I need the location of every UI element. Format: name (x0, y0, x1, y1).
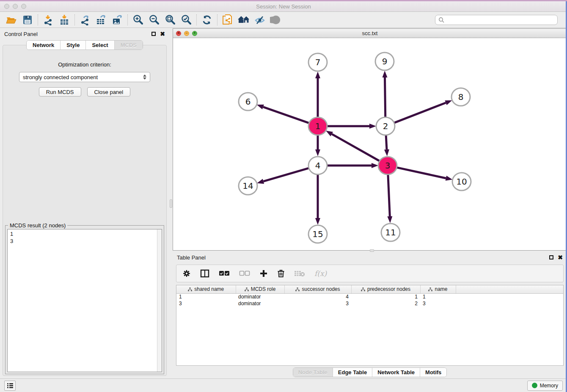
gear-icon[interactable] (182, 269, 191, 278)
network-maximize-icon[interactable]: + (192, 31, 197, 36)
column-header-successor-nodes[interactable]: successor nodes (284, 285, 351, 293)
node-1[interactable]: 1 (308, 117, 327, 135)
import-table-button[interactable] (56, 13, 72, 27)
import-network-icon (43, 14, 54, 25)
delete-table-icon[interactable] (294, 270, 305, 277)
node-11[interactable]: 11 (381, 224, 400, 241)
edge-1-6[interactable] (263, 107, 309, 123)
node-15[interactable]: 15 (308, 225, 327, 243)
node-9[interactable]: 9 (375, 52, 394, 70)
export-network-button[interactable] (77, 13, 93, 27)
close-panel-icon[interactable]: ✖ (160, 32, 165, 36)
task-history-button[interactable] (4, 381, 16, 391)
network-close-icon[interactable]: ✕ (176, 31, 181, 36)
node-7[interactable]: 7 (308, 53, 327, 71)
node-3[interactable]: 3 (378, 157, 397, 174)
run-mcds-button[interactable]: Run MCDS (39, 87, 81, 97)
function-icon[interactable]: f(x) (314, 269, 327, 278)
node-10[interactable]: 10 (452, 173, 471, 190)
show-eye-button[interactable] (268, 13, 284, 27)
edge-3-10[interactable] (396, 168, 446, 178)
cell-successor_nodes[interactable]: 3 (284, 300, 351, 307)
edge-2-9[interactable] (385, 77, 385, 117)
network-document-button[interactable] (220, 13, 236, 27)
node-4[interactable]: 4 (308, 157, 327, 174)
close-table-panel-icon[interactable]: ✖ (558, 255, 563, 259)
network-graph[interactable]: 7968124314101511 (173, 38, 567, 250)
tab-edge-table[interactable]: Edge Table (333, 368, 372, 377)
sort-hierarchy-icon (295, 287, 300, 291)
network-canvas[interactable]: 7968124314101511 (173, 38, 567, 250)
network-window-title: scc.txt (173, 30, 567, 36)
splitter-handle[interactable] (170, 199, 172, 208)
edge-4-14[interactable] (263, 168, 308, 181)
node-14[interactable]: 14 (239, 177, 257, 195)
tab-style[interactable]: Style (61, 41, 86, 50)
zoom-out-button[interactable] (146, 13, 162, 27)
cell-shared_name[interactable]: 1 (176, 293, 236, 300)
hsplitter-handle[interactable] (370, 249, 374, 252)
node-2[interactable]: 2 (376, 117, 395, 135)
vertical-splitter[interactable] (169, 28, 173, 378)
zoom-selected-button[interactable] (178, 13, 194, 27)
save-session-button[interactable] (19, 13, 36, 27)
edge-2-8[interactable] (394, 103, 446, 123)
home-button[interactable] (236, 13, 252, 27)
cell-predecessor_nodes[interactable]: 2 (351, 300, 420, 307)
float-table-panel-icon[interactable] (549, 255, 553, 259)
optimization-criterion-select[interactable]: strongly connected component (19, 72, 150, 82)
tab-network-table[interactable]: Network Table (372, 368, 420, 377)
cell-mcds_role[interactable]: dominator (236, 300, 284, 307)
cell-mcds_role[interactable]: dominator (236, 293, 284, 300)
open-session-button[interactable] (3, 13, 19, 27)
node-table[interactable]: shared nameMCDS rolesuccessor nodesprede… (176, 285, 564, 366)
select-all-icon[interactable] (219, 271, 230, 276)
close-panel-button[interactable]: Close panel (87, 87, 131, 97)
horizontal-splitter[interactable] (173, 251, 567, 252)
search-input[interactable] (446, 17, 554, 23)
import-network-button[interactable] (40, 13, 56, 27)
tab-select[interactable]: Select (86, 41, 114, 50)
column-header-predecessor-nodes[interactable]: predecessor nodes (351, 285, 420, 293)
search-field[interactable] (435, 15, 558, 25)
cell-successor_nodes[interactable]: 4 (284, 293, 351, 300)
node-6[interactable]: 6 (239, 93, 257, 110)
zoom-fit-button[interactable] (162, 13, 178, 27)
delete-icon[interactable] (277, 269, 285, 278)
zoom-in-button[interactable] (130, 13, 146, 27)
tab-motifs[interactable]: Motifs (420, 368, 446, 377)
zoom-out-icon (149, 14, 160, 25)
table-toolbar: f(x) (176, 265, 564, 282)
float-panel-icon[interactable] (151, 32, 156, 36)
table-row[interactable]: 1dominator411 (176, 293, 563, 300)
add-icon[interactable] (259, 269, 268, 278)
deselect-all-icon[interactable] (239, 271, 250, 276)
column-header-name[interactable]: name (420, 285, 456, 293)
node-8[interactable]: 8 (451, 88, 470, 106)
column-header-shared-name[interactable]: shared name (176, 285, 236, 293)
export-image-button[interactable] (109, 13, 125, 27)
column-pane-icon[interactable] (200, 269, 209, 278)
column-header-MCDS-role[interactable]: MCDS role (236, 285, 284, 293)
cell-name[interactable]: 3 (420, 300, 456, 307)
network-window-titlebar[interactable]: ✕ − + scc.txt (173, 29, 567, 38)
result-scrollbar[interactable] (157, 229, 162, 372)
edge-3-1[interactable] (332, 134, 380, 161)
hide-eye-button[interactable] (252, 13, 268, 27)
zoom-fit-icon (165, 14, 176, 25)
cell-predecessor_nodes[interactable]: 1 (351, 293, 420, 300)
export-table-button[interactable] (93, 13, 109, 27)
memory-button[interactable]: Memory (527, 381, 563, 391)
table-row[interactable]: 3dominator323 (176, 300, 563, 307)
hide-eye-icon (254, 14, 266, 25)
tab-mcds[interactable]: MCDS (115, 41, 143, 50)
edge-2-3[interactable] (386, 135, 387, 149)
refresh-button[interactable] (199, 13, 215, 27)
cell-shared_name[interactable]: 3 (176, 300, 236, 307)
edge-3-11[interactable] (388, 175, 390, 216)
tab-node-table[interactable]: Node Table (293, 368, 333, 377)
network-minimize-icon[interactable]: − (184, 31, 189, 36)
tab-network[interactable]: Network (27, 41, 61, 50)
cell-name[interactable]: 1 (420, 293, 456, 300)
sort-hierarchy-icon (428, 287, 432, 291)
